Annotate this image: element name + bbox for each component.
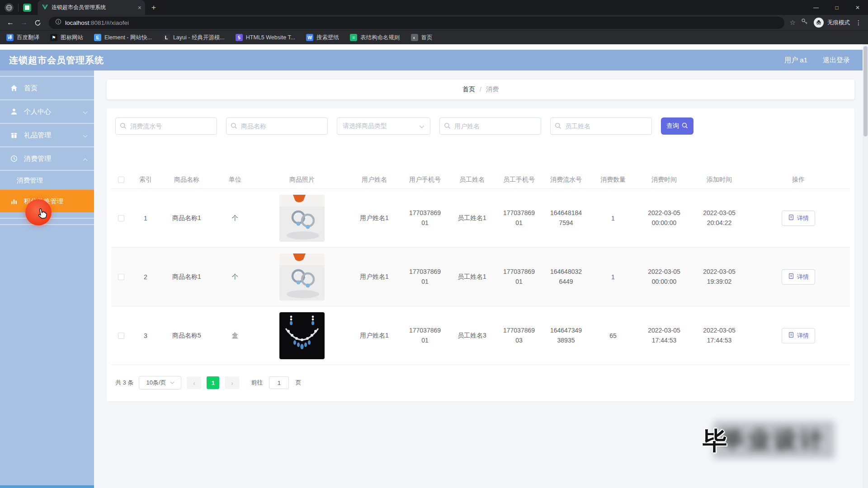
browser-tab-strip: 连锁超市会员管理系统 × + — □ ✕ [0, 0, 868, 15]
scrollbar-thumb[interactable] [863, 46, 868, 136]
sidebar-item-label: 个人中心 [24, 108, 51, 116]
column-header: 用户手机号 [401, 176, 448, 184]
browser-logo-icon [5, 3, 14, 12]
row-checkbox[interactable] [118, 333, 124, 339]
wallpaper-icon: W [306, 34, 313, 41]
table-doc-icon: ≡ [350, 34, 357, 41]
sidebar-item[interactable]: 个人中心 [0, 100, 94, 124]
logout-link[interactable]: 退出登录 [823, 56, 850, 65]
bookmark-item[interactable]: EElement - 网站快... [94, 34, 152, 42]
cell-staff: 员工姓名1 [448, 214, 495, 222]
detail-button[interactable]: 详情 [782, 211, 815, 226]
breadcrumb-home-link[interactable]: 首页 [462, 85, 475, 94]
cell-add-time: 2022-03-05 17:44:53 [692, 326, 747, 345]
page-unit-label: 页 [295, 379, 301, 387]
row-checkbox[interactable] [118, 215, 124, 221]
browser-toolbar: ← → localhost:8081/#/xiaofei ☆ 无痕模式 ⋮ [0, 15, 868, 30]
select-all-checkbox[interactable] [118, 177, 124, 183]
bookmark-label: 表结构命名规则 [360, 34, 400, 42]
filter-input[interactable] [550, 117, 652, 135]
bookmark-item[interactable]: 5HTML5 Website T... [236, 34, 295, 41]
column-header: 操作 [747, 176, 850, 184]
address-bar[interactable]: localhost:8081/#/xiaofei [49, 17, 784, 29]
mouse-cursor-icon [35, 206, 51, 222]
cell-add-time: 2022-03-05 19:39:02 [692, 267, 747, 286]
site-info-icon[interactable] [55, 19, 61, 27]
filter-input[interactable] [439, 117, 541, 135]
filter-input[interactable] [226, 117, 328, 135]
document-icon [788, 214, 794, 222]
cell-user-phone: 17703786901 [401, 326, 448, 345]
row-checkbox[interactable] [118, 274, 124, 280]
bookmark-item[interactable]: W搜索壁纸 [306, 34, 339, 42]
sidebar-item[interactable]: 礼品管理 [0, 124, 94, 147]
detail-button[interactable]: 详情 [782, 328, 815, 343]
bookmark-item[interactable]: ≡表结构命名规则 [350, 34, 400, 42]
sidebar-item[interactable]: 首页 [0, 77, 94, 100]
bookmark-star-icon[interactable]: ☆ [790, 19, 796, 27]
watermark-blurred-text: 毕业设计 [713, 421, 835, 459]
pinned-app-icon[interactable] [23, 4, 31, 12]
sidebar-item[interactable]: 消费管理 [0, 147, 94, 171]
bookmark-item[interactable]: ⚑图标网站 [50, 34, 83, 42]
translate-icon: 译 [6, 34, 14, 41]
incognito-avatar-icon [814, 18, 824, 28]
column-header: 员工手机号 [495, 176, 542, 184]
chevron-up-icon [83, 155, 88, 163]
cell-user-phone: 17703786901 [401, 208, 448, 228]
bookmark-label: HTML5 Website T... [246, 34, 295, 41]
profile-chip[interactable]: 无痕模式 [814, 18, 850, 28]
prev-page-button[interactable]: ‹ [187, 376, 201, 389]
new-tab-button[interactable]: + [151, 3, 156, 12]
back-button[interactable]: ← [5, 17, 16, 28]
bookmark-label: 首页 [421, 34, 433, 42]
password-key-icon[interactable] [801, 18, 808, 27]
breadcrumb-current: 消费 [486, 85, 499, 94]
next-page-button[interactable]: › [225, 376, 239, 389]
bookmark-item[interactable]: ◐首页 [411, 34, 433, 42]
browser-tab[interactable]: 连锁超市会员管理系统 × [38, 0, 145, 15]
watermark-visible-char: 毕 [703, 425, 727, 458]
gift-icon [10, 131, 18, 139]
breadcrumb-separator: / [480, 86, 481, 93]
page-size-select[interactable]: 10条/页 [139, 376, 181, 389]
cell-index: 2 [131, 273, 160, 281]
product-type-select[interactable]: 请选择商品类型 [337, 117, 430, 135]
pagination: 共 3 条 10条/页 ‹ 1 › 前往 1 页 [111, 376, 850, 389]
menu-kebab-icon[interactable]: ⋮ [855, 19, 862, 26]
current-page-button[interactable]: 1 [207, 376, 219, 389]
cell-staff-phone: 17703786901 [495, 208, 542, 228]
html5-icon: 5 [236, 34, 243, 41]
earrings-photo [279, 253, 325, 300]
window-close-button[interactable]: ✕ [847, 0, 868, 15]
page-scrollbar [863, 44, 868, 488]
window-minimize-button[interactable]: — [806, 0, 826, 15]
sidebar-subitem[interactable]: 消费管理 [0, 171, 94, 190]
cell-user: 用户姓名1 [347, 332, 401, 340]
cell-consume-time: 2022-03-05 00:00:00 [637, 267, 692, 286]
goto-page-input[interactable]: 1 [269, 376, 289, 389]
cell-staff: 员工姓名1 [448, 273, 495, 281]
filter-input[interactable] [115, 117, 217, 135]
search-button[interactable]: 查询 [661, 117, 693, 135]
search-icon [231, 122, 237, 131]
cell-image [257, 312, 347, 359]
cell-user: 用户姓名1 [347, 273, 401, 281]
incognito-mode-label: 无痕模式 [827, 19, 850, 27]
reload-button[interactable] [32, 17, 43, 28]
tab-close-icon[interactable]: × [138, 4, 142, 11]
cell-action: 详情 [747, 211, 850, 226]
detail-button[interactable]: 详情 [782, 269, 815, 285]
chevron-down-icon [170, 381, 175, 384]
table-row: 1商品名称1个用户姓名117703786901员工姓名1177037869011… [111, 189, 850, 248]
bookmark-item[interactable]: 译百度翻译 [6, 34, 39, 42]
cell-consume-time: 2022-03-05 00:00:00 [637, 208, 692, 228]
cell-serial: 1646480326449 [542, 267, 590, 286]
divider [18, 4, 19, 12]
column-header: 用户姓名 [347, 176, 401, 184]
cell-staff: 员工姓名3 [448, 332, 495, 340]
forward-button[interactable]: → [18, 17, 30, 28]
url-path: :8081/#/xiaofei [89, 19, 129, 26]
window-maximize-button[interactable]: □ [826, 0, 847, 15]
bookmark-item[interactable]: LLayui - 经典开源模... [163, 34, 225, 42]
